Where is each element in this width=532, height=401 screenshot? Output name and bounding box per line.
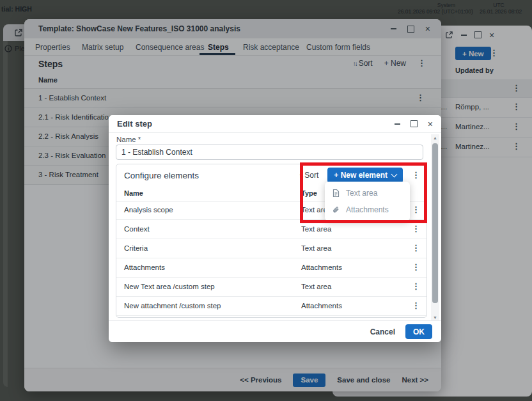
- element-name: Analysis scope: [124, 206, 173, 214]
- row-actions-icon[interactable]: ⋮: [412, 263, 420, 272]
- highlight-rectangle: [300, 162, 427, 223]
- table-row[interactable]: New attachment /custom step Attachments …: [116, 297, 426, 316]
- modal-footer: Cancel OK: [109, 320, 441, 342]
- cancel-button[interactable]: Cancel: [370, 327, 395, 336]
- name-input[interactable]: [116, 145, 423, 160]
- close-icon[interactable]: ×: [428, 121, 433, 127]
- column-header-name: Name: [124, 189, 143, 197]
- row-actions-icon[interactable]: ⋮: [412, 301, 420, 310]
- scrollbar-thumb[interactable]: [432, 143, 438, 303]
- table-row[interactable]: Criteria Text area ⋮: [116, 239, 426, 258]
- table-row[interactable]: Attachments Attachments ⋮: [116, 258, 426, 278]
- row-actions-icon[interactable]: ⋮: [412, 282, 420, 291]
- element-name: Attachments: [124, 263, 165, 271]
- modal-title: Edit step: [117, 119, 152, 129]
- ok-button[interactable]: OK: [405, 324, 432, 339]
- element-name: Criteria: [124, 244, 148, 252]
- row-actions-icon[interactable]: ⋮: [412, 224, 420, 233]
- table-row[interactable]: New Text area /custom step Text area ⋮: [116, 278, 426, 297]
- element-name: Context: [124, 225, 150, 233]
- element-type: Attachments: [301, 302, 342, 310]
- minimize-icon[interactable]: [395, 123, 400, 125]
- vertical-scrollbar[interactable]: ▲ ▼: [431, 134, 439, 321]
- element-type: Text area: [301, 225, 331, 233]
- edit-step-titlebar: Edit step ×: [109, 115, 441, 133]
- maximize-icon[interactable]: [411, 120, 418, 127]
- edit-step-modal: Edit step × Name * Configure elements ↑↓…: [109, 115, 441, 342]
- scroll-down-icon[interactable]: ▼: [431, 315, 439, 320]
- panel-title: Configure elements: [124, 171, 199, 180]
- element-type: Text area: [301, 244, 331, 252]
- row-actions-icon[interactable]: ⋮: [412, 244, 420, 253]
- scroll-up-icon[interactable]: ▲: [431, 136, 439, 140]
- application-background: tial: HIGH System 26.01.2026 09:02 (UTC+…: [0, 0, 532, 401]
- element-type: Text area: [301, 283, 331, 290]
- element-name: New Text area /custom step: [124, 283, 215, 290]
- element-type: Attachments: [301, 263, 342, 271]
- element-name: New attachment /custom step: [124, 302, 221, 310]
- name-field-label: Name *: [116, 136, 141, 143]
